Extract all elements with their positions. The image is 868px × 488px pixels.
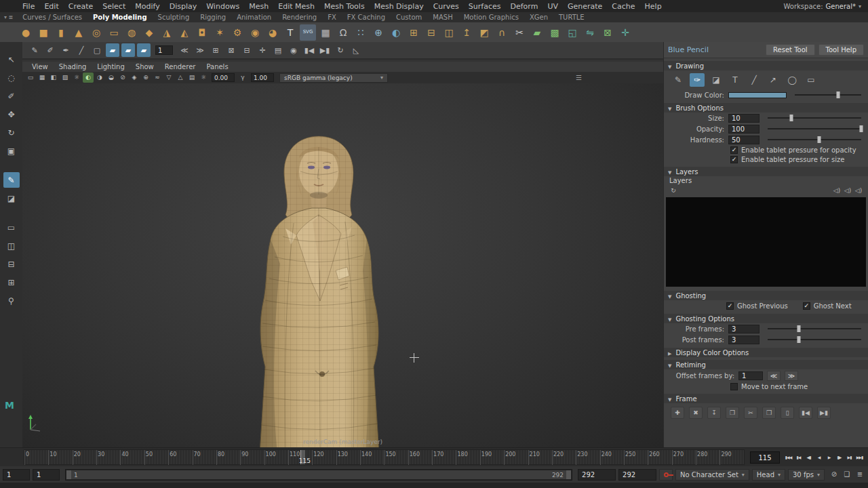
poly-pipe-icon[interactable]: ◘ (194, 24, 210, 41)
go-to-start-button[interactable]: ▮◀◀ (784, 452, 793, 463)
viewport-menu-item[interactable]: Renderer (159, 63, 201, 70)
layout-four-pane-icon[interactable]: ⊞ (3, 274, 20, 290)
remove-icon[interactable]: ⊟ (240, 43, 254, 57)
poly-cube-icon[interactable]: ■ (35, 24, 52, 41)
poly-pyramid-icon[interactable]: ◮ (159, 24, 175, 41)
cleanup-icon[interactable]: ⊠ (599, 24, 616, 41)
viewport-options-icon[interactable]: ☰ (576, 74, 582, 81)
type-tool-icon[interactable]: T (282, 24, 298, 41)
offset-frames-field[interactable]: 1 (738, 371, 763, 380)
shelf-tab[interactable]: Custom (391, 14, 427, 21)
boolean-icon[interactable]: ◫ (441, 24, 457, 41)
ellipse-tool-icon[interactable]: ◯ (785, 73, 800, 87)
draw-color-swatch[interactable] (728, 92, 787, 98)
poly-disc-icon[interactable]: ◍ (123, 24, 140, 41)
fps-dropdown[interactable]: 30 fps ▾ (788, 469, 825, 481)
layout-single-pane-icon[interactable]: ▭ (3, 220, 20, 235)
shelf-tab[interactable]: TURTLE (553, 14, 590, 21)
poly-sphere-icon[interactable]: ● (18, 24, 34, 41)
go-to-end-button[interactable]: ▶▶▮ (855, 452, 864, 463)
arrow-tool-icon[interactable]: ↗ (766, 73, 781, 87)
next-frame-icon[interactable]: ▶▮ (318, 43, 332, 57)
marquee-icon[interactable]: ▢ (90, 43, 104, 57)
line-icon[interactable]: ╱ (75, 43, 88, 57)
size-slider[interactable] (768, 113, 861, 123)
exposure-icon[interactable]: ☼ (198, 73, 209, 83)
grid-toggle-icon[interactable]: ▰ (137, 43, 151, 57)
eraser-tool-icon[interactable]: ◪ (709, 73, 724, 87)
line-tool-icon[interactable]: ╱ (747, 73, 762, 87)
separate-icon[interactable]: ⊟ (423, 24, 439, 41)
blue-pencil-tool-icon[interactable]: ✎ (3, 172, 20, 188)
tablet-size-checkbox[interactable] (730, 156, 738, 163)
menu-item[interactable]: File (18, 2, 39, 11)
pen-icon[interactable]: ✒ (59, 43, 73, 57)
pre-frames-slider[interactable] (768, 324, 861, 333)
speaker-icon[interactable]: ◁) (853, 186, 864, 195)
colorspace-dropdown[interactable]: sRGB gamma (legacy) ▾ (279, 73, 388, 83)
menu-item[interactable]: Mesh Display (370, 2, 429, 11)
xray-icon[interactable]: ◈ (129, 73, 140, 83)
playback-start-field[interactable]: 1 (3, 469, 30, 481)
poly-platonic-icon[interactable]: ◆ (141, 24, 157, 41)
viewport-menu-item[interactable]: Shading (54, 63, 92, 70)
speaker-icon[interactable]: ◁) (831, 186, 842, 195)
mirror-icon[interactable]: ⇋ (582, 24, 598, 41)
poly-cylinder-icon[interactable]: ▮ (53, 24, 69, 41)
section-frame[interactable]: Frame (664, 394, 868, 403)
grid-icon[interactable]: ▦ (317, 24, 334, 41)
text-tool-icon[interactable]: T (728, 73, 743, 87)
svg-tool-icon[interactable]: SVG (300, 24, 316, 41)
step-forward-frame-button[interactable]: ▶▮ (845, 452, 854, 463)
layout-two-pane-icon[interactable]: ◫ (3, 238, 20, 253)
play-forwards-button[interactable]: ▶ (825, 452, 833, 463)
poly-gear-icon[interactable]: ⚙ (229, 24, 245, 41)
crease-icon[interactable]: ✛ (617, 24, 633, 41)
shelf-tab[interactable]: FX (322, 14, 342, 21)
pencil-tool-icon[interactable]: ✎ (671, 73, 686, 87)
trash-icon[interactable]: ▯ (781, 407, 794, 419)
hardness-slider[interactable] (768, 135, 861, 144)
tool-help-button[interactable]: Tool Help (818, 44, 864, 56)
section-layers[interactable]: Layers (664, 167, 868, 176)
shelf-tab[interactable]: XGen (524, 14, 553, 21)
overlay-toggle-icon[interactable]: ▰ (106, 43, 119, 57)
slider-handle[interactable] (860, 125, 863, 132)
add-frame-icon[interactable]: ⊞ (209, 43, 222, 57)
screen-ao-icon[interactable]: ◑ (94, 73, 105, 83)
film-gate-icon[interactable]: ▤ (186, 73, 197, 83)
step-back-key-button[interactable]: ◀▮ (804, 452, 813, 463)
slider-handle[interactable] (797, 336, 800, 343)
brush-icon[interactable]: ✐ (43, 43, 57, 57)
gamma-icon[interactable]: γ (237, 73, 248, 83)
zoom-tool-icon[interactable]: ⚲ (3, 293, 20, 308)
add-frame-icon[interactable]: ✚ (671, 407, 684, 419)
menu-item[interactable]: Display (165, 2, 202, 11)
onion-toggle-icon[interactable]: ▰ (121, 43, 135, 57)
mute-icon[interactable]: ⊘ (829, 469, 840, 480)
shelf-tab[interactable]: Sculpting (153, 14, 195, 21)
speaker-icon[interactable]: ◁) (842, 186, 853, 195)
size-field[interactable]: 10 (728, 114, 760, 123)
poly-cone-icon[interactable]: ▲ (71, 24, 87, 41)
menu-item[interactable]: Select (98, 2, 130, 11)
animation-end-field[interactable]: 292 (578, 469, 616, 481)
viewport-menu-item[interactable]: Lighting (92, 63, 130, 70)
origin-icon[interactable]: ⊕ (370, 24, 387, 41)
insert-frame-icon[interactable]: ↧ (707, 407, 721, 419)
layout-three-pane-icon[interactable]: ⊟ (3, 256, 20, 272)
ghost-previous-checkbox[interactable] (726, 302, 734, 310)
scale-tool-icon[interactable]: ▣ (3, 143, 20, 159)
shelf-tab[interactable]: MASH (427, 14, 458, 21)
auto-keyframe-button[interactable] (659, 469, 673, 481)
shelf-tab[interactable]: Poly Modeling (87, 14, 153, 21)
draw-color-slider[interactable] (795, 90, 861, 100)
lighting-icon[interactable]: ☼ (71, 73, 82, 83)
character-set-dropdown[interactable]: No Character Set ▾ (675, 469, 749, 481)
menu-item[interactable]: Generate (563, 2, 607, 11)
menu-item[interactable]: Surfaces (464, 2, 506, 11)
post-frames-field[interactable]: 3 (728, 336, 760, 344)
move-tool-icon[interactable]: ✥ (3, 106, 20, 122)
rectangle-tool-icon[interactable]: ▭ (804, 73, 818, 87)
curves-icon[interactable]: ≈ (152, 73, 163, 83)
